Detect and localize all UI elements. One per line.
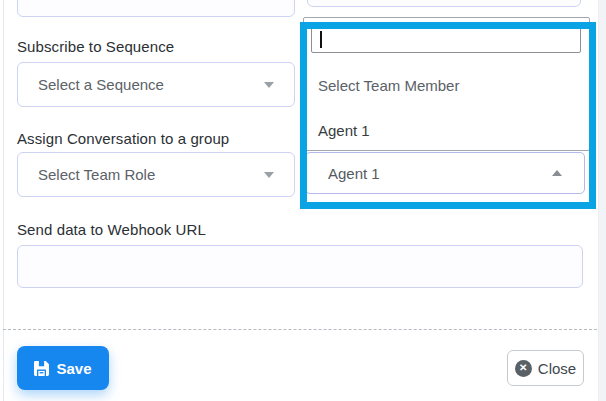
team-member-dropdown-menu: Select Team Member Agent 1 [303, 17, 590, 151]
text-caret [320, 31, 322, 48]
close-button-label: Close [538, 360, 576, 377]
footer-divider [3, 329, 597, 330]
cropped-top-input-right[interactable] [307, 0, 581, 7]
chevron-down-icon [264, 172, 274, 178]
assign-group-label: Assign Conversation to a group [17, 130, 229, 147]
webhook-url-label: Send data to Webhook URL [17, 221, 206, 238]
cropped-top-input-left[interactable] [17, 0, 295, 17]
save-floppy-icon [34, 361, 49, 376]
webhook-url-input[interactable] [17, 245, 583, 288]
modal-left-border [3, 0, 4, 401]
background-page-strip: M [598, 0, 606, 401]
sequence-select[interactable]: Select a Sequence [17, 62, 295, 107]
save-button[interactable]: Save [17, 346, 109, 390]
team-member-select-value: Agent 1 [328, 165, 552, 182]
chevron-down-icon [264, 82, 274, 88]
close-x-icon: ✕ [515, 360, 532, 377]
chevron-up-icon [552, 170, 562, 176]
subscribe-sequence-label: Subscribe to Sequence [17, 38, 174, 55]
dropdown-option-select-team-member[interactable]: Select Team Member [318, 77, 459, 94]
close-button[interactable]: ✕ Close [507, 350, 584, 386]
team-role-select[interactable]: Select Team Role [17, 152, 295, 197]
dropdown-option-agent-1[interactable]: Agent 1 [318, 122, 370, 139]
team-member-search-input[interactable] [311, 26, 581, 53]
sequence-select-value: Select a Sequence [38, 76, 264, 93]
team-member-select[interactable]: Agent 1 [305, 152, 585, 194]
automation-settings-modal: Subscribe to Sequence Select a Sequence … [0, 0, 606, 401]
save-button-label: Save [56, 360, 91, 377]
team-role-select-value: Select Team Role [38, 166, 264, 183]
